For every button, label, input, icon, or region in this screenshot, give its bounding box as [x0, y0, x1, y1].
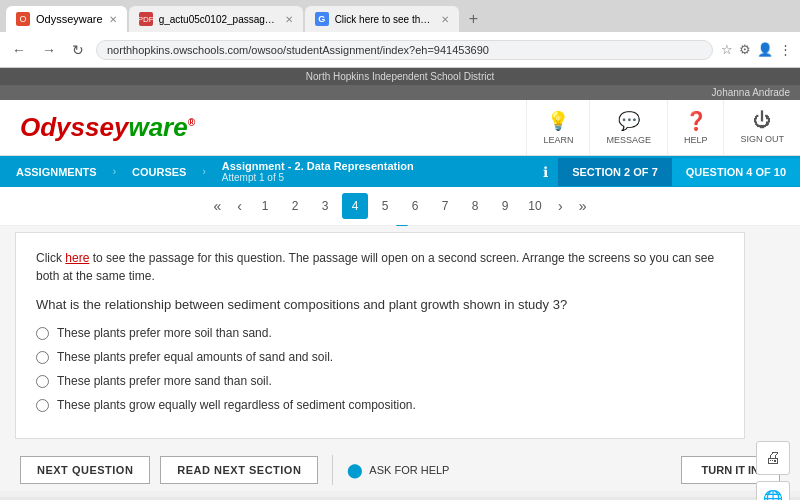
- avatar-icon[interactable]: 👤: [757, 42, 773, 57]
- option-4[interactable]: These plants grow equally well regardles…: [36, 398, 724, 412]
- option-1[interactable]: These plants prefer more soil than sand.: [36, 326, 724, 340]
- prev-page-btn[interactable]: ‹: [231, 194, 248, 218]
- radio-4[interactable]: [36, 399, 49, 412]
- ask-icon: ⬤: [347, 462, 363, 478]
- radio-1[interactable]: [36, 327, 49, 340]
- tab-bar: O Odysseyware ✕ PDF g_actu05c0102_passag…: [0, 0, 800, 32]
- menu-icon[interactable]: ⋮: [779, 42, 792, 57]
- tab-pdf-label: g_actu05c0102_passage1.pdf: [159, 14, 279, 25]
- option-3-label: These plants prefer more sand than soil.: [57, 374, 272, 388]
- learn-label: LEARN: [543, 135, 573, 145]
- option-3[interactable]: These plants prefer more sand than soil.: [36, 374, 724, 388]
- back-button[interactable]: ←: [8, 40, 30, 60]
- extensions-icon[interactable]: ⚙: [739, 42, 751, 57]
- action-divider: [332, 455, 333, 485]
- page-6[interactable]: 6: [402, 193, 428, 219]
- app-header: Odysseyware® 💡 LEARN 💬 MESSAGE ❓ HELP ⏻ …: [0, 100, 800, 156]
- action-bar: NEXT QUESTION READ NEXT SECTION ⬤ ASK FO…: [20, 455, 780, 485]
- read-next-btn[interactable]: READ NEXT SECTION: [160, 456, 318, 484]
- page-4[interactable]: 4: [342, 193, 368, 219]
- signout-nav-btn[interactable]: ⏻ SIGN OUT: [723, 100, 800, 155]
- tab-pdf[interactable]: PDF g_actu05c0102_passage1.pdf ✕: [129, 6, 303, 32]
- tab-pdf-close[interactable]: ✕: [285, 14, 293, 25]
- page-7[interactable]: 7: [432, 193, 458, 219]
- learn-nav-btn[interactable]: 💡 LEARN: [526, 100, 589, 155]
- page-8[interactable]: 8: [462, 193, 488, 219]
- option-2[interactable]: These plants prefer equal amounts of san…: [36, 350, 724, 364]
- question-badge: QUESTION 4 of 10: [672, 158, 800, 186]
- breadcrumb-assignment: Assignment - 2. Data Representation Atte…: [206, 156, 533, 187]
- learn-icon: 💡: [547, 110, 569, 132]
- username: Johanna Andrade: [712, 87, 790, 98]
- message-label: MESSAGE: [606, 135, 651, 145]
- ask-help-label: ASK FOR HELP: [369, 464, 449, 476]
- question-main: Click here to see the passage for this q…: [15, 232, 745, 439]
- tab-passage-label: Click here to see the passage: [335, 14, 435, 25]
- bookmark-icon[interactable]: ☆: [721, 42, 733, 57]
- radio-2[interactable]: [36, 351, 49, 364]
- tab-passage-close[interactable]: ✕: [441, 14, 449, 25]
- tab-passage-favicon: G: [315, 12, 329, 26]
- option-4-label: These plants grow equally well regardles…: [57, 398, 416, 412]
- nav-icons: 💡 LEARN 💬 MESSAGE ❓ HELP ⏻ SIGN OUT: [526, 100, 800, 155]
- page-5[interactable]: 5: [372, 193, 398, 219]
- option-2-label: These plants prefer equal amounts of san…: [57, 350, 333, 364]
- next-question-btn[interactable]: NEXT QUESTION: [20, 456, 150, 484]
- signout-icon: ⏻: [753, 110, 771, 131]
- breadcrumb-attempt: Attempt 1 of 5: [222, 172, 517, 183]
- message-nav-btn[interactable]: 💬 MESSAGE: [589, 100, 667, 155]
- option-1-label: These plants prefer more soil than sand.: [57, 326, 272, 340]
- page-9[interactable]: 9: [492, 193, 518, 219]
- globe-icon: 🌐: [763, 489, 783, 501]
- help-label: HELP: [684, 135, 708, 145]
- logo-section: Odysseyware®: [0, 102, 526, 153]
- signout-label: SIGN OUT: [740, 134, 784, 144]
- address-icons: ☆ ⚙ 👤 ⋮: [721, 42, 792, 57]
- question-text: What is the relationship between sedimen…: [36, 297, 724, 312]
- page-2[interactable]: 2: [282, 193, 308, 219]
- user-bar: Johanna Andrade: [0, 85, 800, 100]
- app-logo: Odysseyware®: [20, 112, 506, 143]
- breadcrumb-bar: ASSIGNMENTS › COURSES › Assignment - 2. …: [0, 156, 800, 187]
- district-name: North Hopkins Independent School Distric…: [306, 71, 494, 82]
- passage-link[interactable]: here: [65, 251, 89, 265]
- last-page-btn[interactable]: »: [573, 194, 593, 218]
- logo-text1: Odyssey: [20, 112, 128, 142]
- help-icon: ❓: [685, 110, 707, 132]
- tab-odysseyware[interactable]: O Odysseyware ✕: [6, 6, 127, 32]
- help-nav-btn[interactable]: ❓ HELP: [667, 100, 724, 155]
- breadcrumb-assignments[interactable]: ASSIGNMENTS: [0, 158, 113, 186]
- browser-chrome: O Odysseyware ✕ PDF g_actu05c0102_passag…: [0, 0, 800, 68]
- forward-button[interactable]: →: [38, 40, 60, 60]
- info-icon[interactable]: ℹ: [533, 164, 558, 180]
- refresh-button[interactable]: ↻: [68, 40, 88, 60]
- page-10[interactable]: 10: [522, 193, 548, 219]
- globe-btn[interactable]: 🌐: [756, 481, 790, 500]
- message-icon: 💬: [618, 110, 640, 132]
- logo-text2: ware: [128, 112, 187, 142]
- section-badge: SECTION 2 of 7: [558, 158, 672, 186]
- tab-close-btn[interactable]: ✕: [109, 14, 117, 25]
- tab-label: Odysseyware: [36, 13, 103, 25]
- passage-prompt: Click here to see the passage for this q…: [36, 249, 724, 285]
- radio-3[interactable]: [36, 375, 49, 388]
- breadcrumb-title: Assignment - 2. Data Representation: [222, 160, 517, 172]
- district-bar: North Hopkins Independent School Distric…: [0, 68, 800, 85]
- breadcrumb-courses[interactable]: COURSES: [116, 158, 202, 186]
- pagination-bar: « ‹ 1 2 3 4 5 6 7 8 9 10 › »: [0, 187, 800, 226]
- page-1[interactable]: 1: [252, 193, 278, 219]
- print-icon: 🖨: [765, 449, 781, 467]
- tab-passage[interactable]: G Click here to see the passage ✕: [305, 6, 459, 32]
- next-page-btn[interactable]: ›: [552, 194, 569, 218]
- new-tab-button[interactable]: +: [461, 10, 486, 28]
- print-btn[interactable]: 🖨: [756, 441, 790, 475]
- tab-favicon: O: [16, 12, 30, 26]
- tab-pdf-favicon: PDF: [139, 12, 153, 26]
- page-3[interactable]: 3: [312, 193, 338, 219]
- address-bar: ← → ↻ northhopkins.owschools.com/owsoo/s…: [0, 32, 800, 68]
- ask-help-btn[interactable]: ⬤ ASK FOR HELP: [347, 462, 449, 478]
- url-bar[interactable]: northhopkins.owschools.com/owsoo/student…: [96, 40, 713, 60]
- first-page-btn[interactable]: «: [208, 194, 228, 218]
- side-toolbar: 🖨 🌐 🗒 🎤: [756, 441, 790, 500]
